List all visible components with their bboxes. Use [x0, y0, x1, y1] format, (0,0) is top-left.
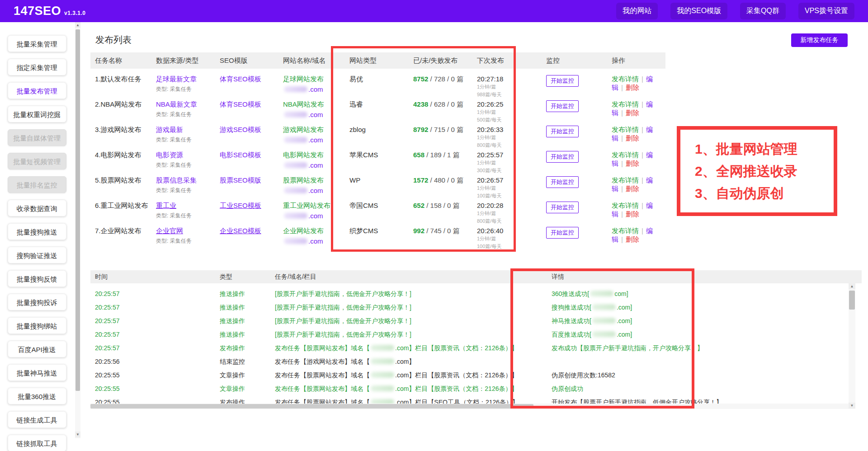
data-source-cell: 电影资源类型: 采集任务 — [156, 151, 220, 174]
publish-detail-link[interactable]: 发布详情 — [612, 126, 639, 133]
scrollbar-thumb[interactable] — [90, 404, 533, 409]
task-name-cell: 4.电影网站发布 — [95, 151, 156, 174]
publish-detail-link[interactable]: 发布详情 — [612, 202, 639, 209]
publish-detail-link[interactable]: 发布详情 — [612, 151, 639, 159]
site-name-link[interactable]: 电影网站发布 — [283, 151, 349, 160]
log-type: 文章操作 — [220, 384, 275, 394]
daily-quota: 300篇/每天 — [477, 167, 546, 174]
source-link[interactable]: 企业官网 — [156, 227, 183, 235]
template-link[interactable]: 体育SEO模板 — [220, 100, 261, 108]
delete-link[interactable]: 删除 — [626, 84, 639, 91]
data-source-cell: 股票信息采集类型: 采集任务 — [156, 176, 220, 199]
sidebar-scrollbar[interactable]: ▲ ▼ — [75, 22, 80, 438]
sidebar-item[interactable]: 收录数据查询 — [8, 200, 66, 216]
scroll-up-icon[interactable]: ▲ — [75, 22, 80, 28]
table-row: 2.NBA网站发布NBA最新文章类型: 采集任务体育SEO模板NBA网站发布.c… — [90, 98, 665, 123]
sidebar-item[interactable]: 批量神马推送 — [8, 364, 66, 381]
site-domain: .com — [283, 111, 349, 118]
log-type: 推送操作 — [220, 316, 275, 326]
scrollbar-thumb[interactable] — [75, 29, 80, 391]
template-link[interactable]: 电影SEO模板 — [220, 151, 261, 159]
start-monitor-button[interactable]: 开始监控 — [546, 151, 579, 163]
site-cell: 足球网站发布.com — [283, 75, 349, 98]
template-link[interactable]: 游戏SEO模板 — [220, 126, 261, 133]
delete-link[interactable]: 删除 — [626, 109, 639, 117]
delete-link[interactable]: 删除 — [626, 235, 639, 243]
template-link[interactable]: 工业SEO模板 — [220, 202, 261, 209]
start-monitor-button[interactable]: 开始监控 — [546, 176, 579, 188]
source-link[interactable]: 重工业 — [156, 202, 176, 209]
site-name-link[interactable]: 足球网站发布 — [283, 75, 349, 84]
log-detail: 搜狗推送成功[.com] — [552, 302, 852, 312]
delete-link[interactable]: 删除 — [626, 160, 639, 167]
publish-detail-link[interactable]: 发布详情 — [612, 75, 639, 83]
log-detail: 百度推送成功[.com] — [552, 329, 852, 339]
daily-quota: 988篇/每天 — [477, 91, 546, 98]
task-name-cell: 2.NBA网站发布 — [95, 100, 156, 123]
sidebar-item[interactable]: 批量权重词挖掘 — [8, 106, 66, 122]
sidebar-item[interactable]: 批量发布管理 — [8, 82, 66, 99]
scroll-down-icon[interactable]: ▼ — [75, 432, 80, 437]
site-name-link[interactable]: 游戏网站发布 — [283, 126, 349, 134]
scroll-up-icon[interactable]: ▲ — [849, 283, 855, 289]
start-monitor-button[interactable]: 开始监控 — [546, 202, 579, 213]
sidebar-item[interactable]: 链接抓取工具 — [8, 435, 66, 451]
site-domain: .com — [283, 85, 349, 93]
sidebar-item[interactable]: 链接生成工具 — [8, 411, 66, 428]
sidebar-item[interactable]: 搜狗验证推送 — [8, 247, 66, 263]
pending-failed-count: / 628 / 0 篇 — [428, 100, 463, 108]
sidebar-item[interactable]: 批量360推送 — [8, 388, 66, 404]
sidebar-item[interactable]: 批量搜狗绑站 — [8, 317, 66, 334]
actions-cell: 发布详情|编辑|删除 — [612, 100, 665, 123]
site-domain: .com — [283, 161, 349, 169]
start-monitor-button[interactable]: 开始监控 — [546, 75, 579, 87]
sidebar-item[interactable]: 指定采集管理 — [8, 59, 66, 75]
scrollbar-thumb[interactable] — [849, 291, 855, 310]
sidebar-item[interactable]: 百度API推送 — [8, 341, 66, 357]
sidebar-item[interactable]: 批量采集管理 — [8, 35, 66, 52]
sidebar-item[interactable]: 批量搜狗推送 — [8, 223, 66, 240]
start-monitor-button[interactable]: 开始监控 — [546, 100, 579, 112]
publish-detail-link[interactable]: 发布详情 — [612, 227, 639, 235]
table-row: 1.默认发布任务足球最新文章类型: 采集任务体育SEO模板足球网站发布.com易… — [90, 73, 665, 98]
monitor-cell: 开始监控 — [546, 126, 612, 149]
task-name-cell: 1.默认发布任务 — [95, 75, 156, 98]
nav-my-sites[interactable]: 我的网站 — [616, 3, 658, 19]
actions-cell: 发布详情|编辑|删除 — [612, 126, 665, 149]
site-name-link[interactable]: 企业网站发布 — [283, 227, 349, 235]
source-link[interactable]: 电影资源 — [156, 151, 183, 159]
delete-link[interactable]: 删除 — [626, 185, 639, 193]
nav-qq-group[interactable]: 采集QQ群 — [740, 3, 786, 19]
publish-detail-link[interactable]: 发布详情 — [612, 100, 639, 108]
publish-counts-cell: 992 / 745 / 0 篇 — [413, 227, 477, 250]
site-name-link[interactable]: 重工业网站发布 — [283, 202, 349, 210]
source-link[interactable]: NBA最新文章 — [156, 100, 197, 108]
column-header: 操作 — [612, 56, 665, 65]
scroll-down-icon[interactable]: ▼ — [849, 403, 855, 409]
start-monitor-button[interactable]: 开始监控 — [546, 126, 579, 137]
table-row: 6.重工业网站发布重工业类型: 采集任务工业SEO模板重工业网站发布.com帝国… — [90, 199, 665, 225]
sidebar-item[interactable]: 批量搜狗反馈 — [8, 270, 66, 287]
publish-rate: 1分钟/篇 — [477, 210, 546, 217]
template-link[interactable]: 体育SEO模板 — [220, 75, 261, 83]
log-row: 20:25:57发布操作发布任务【股票网站发布】域名【.com】栏目【股票资讯（… — [90, 341, 852, 355]
log-detail: 发布成功【股票开户新手避坑指南，开户攻略分享！】 — [552, 343, 852, 353]
source-link[interactable]: 足球最新文章 — [156, 75, 197, 83]
sidebar-item[interactable]: 批量搜狗投诉 — [8, 294, 66, 310]
source-link[interactable]: 游戏最新 — [156, 126, 183, 133]
site-name-link[interactable]: 股票网站发布 — [283, 176, 349, 185]
template-link[interactable]: 股票SEO模版 — [220, 176, 261, 184]
start-monitor-button[interactable]: 开始监控 — [546, 227, 579, 239]
template-link[interactable]: 企业SEO模板 — [220, 227, 261, 235]
add-publish-task-button[interactable]: 新增发布任务 — [791, 33, 848, 47]
source-link[interactable]: 股票信息采集 — [156, 176, 197, 184]
nav-vps-dial-settings[interactable]: VPS拨号设置 — [798, 3, 854, 19]
delete-link[interactable]: 删除 — [626, 134, 639, 142]
delete-link[interactable]: 删除 — [626, 210, 639, 218]
nav-my-seo-templates[interactable]: 我的SEO模版 — [670, 3, 727, 19]
publish-detail-link[interactable]: 发布详情 — [612, 176, 639, 184]
data-source-cell: 企业官网类型: 采集任务 — [156, 227, 220, 250]
log-horizontal-scrollbar[interactable] — [90, 404, 849, 409]
site-name-link[interactable]: NBA网站发布 — [283, 100, 349, 109]
log-vertical-scrollbar[interactable]: ▲ ▼ — [849, 283, 855, 409]
